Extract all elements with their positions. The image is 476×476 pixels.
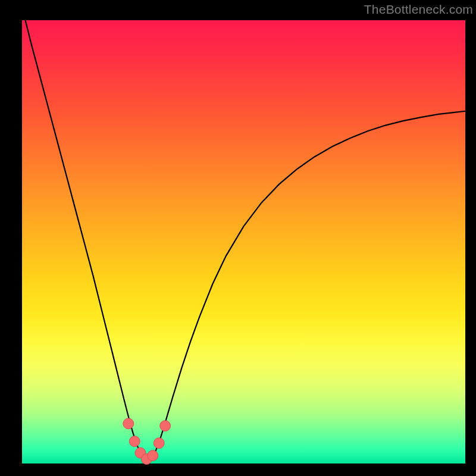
marker-group [123, 418, 171, 464]
marker-dot [129, 436, 140, 447]
marker-dot [160, 421, 171, 431]
marker-dot [154, 438, 164, 449]
curve-layer [0, 0, 476, 476]
curve-path [22, 7, 465, 459]
marker-dot [123, 418, 134, 429]
chart-frame: TheBottleneck.com [0, 0, 476, 476]
marker-dot [148, 450, 158, 461]
watermark-text: TheBottleneck.com [364, 2, 473, 17]
